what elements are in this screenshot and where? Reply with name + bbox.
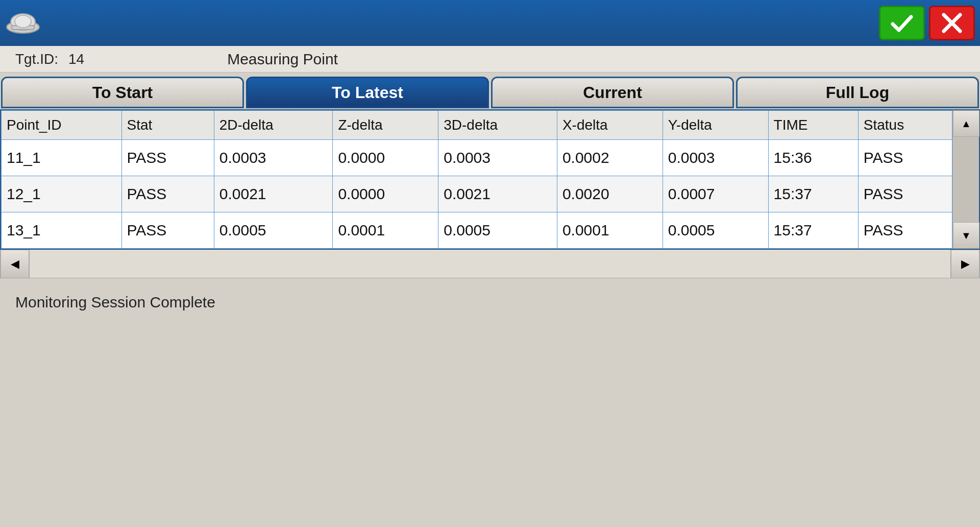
- cell-r0-c2: 0.0003: [214, 140, 333, 176]
- col-point-id: Point_ID: [2, 111, 122, 140]
- cell-r2-c4: 0.0005: [438, 212, 557, 249]
- svg-point-3: [15, 15, 31, 28]
- table-row: 13_1PASS0.00050.00010.00050.00010.000515…: [2, 212, 952, 249]
- header-buttons: [879, 6, 975, 40]
- scroll-right-button[interactable]: ▶: [951, 250, 979, 278]
- cell-r2-c5: 0.0001: [557, 212, 663, 249]
- cell-r0-c8: PASS: [858, 140, 952, 176]
- cell-r0-c1: PASS: [121, 140, 214, 176]
- cell-r1-c4: 0.0021: [438, 176, 557, 212]
- cell-r2-c2: 0.0005: [214, 212, 333, 249]
- ok-button[interactable]: [879, 6, 925, 40]
- tab-to-latest[interactable]: To Latest: [246, 77, 489, 108]
- col-time: TIME: [768, 111, 858, 140]
- cell-r2-c8: PASS: [858, 212, 952, 249]
- table-row: 12_1PASS0.00210.00000.00210.00200.000715…: [2, 176, 952, 212]
- horizontal-scrollbar-row: ◀ ▶: [0, 250, 980, 278]
- scroll-up-button[interactable]: ▲: [953, 110, 979, 137]
- cell-r1-c3: 0.0000: [333, 176, 438, 212]
- tgt-id-value: 14: [68, 51, 84, 67]
- scroll-left-button[interactable]: ◀: [1, 250, 29, 278]
- cell-r2-c7: 15:37: [768, 212, 858, 249]
- data-table: Point_ID Stat 2D-delta Z-delta 3D-delta …: [1, 110, 952, 249]
- table-row: 11_1PASS0.00030.00000.00030.00020.000315…: [2, 140, 952, 176]
- cell-r1-c2: 0.0021: [214, 176, 333, 212]
- col-2d-delta: 2D-delta: [214, 111, 333, 140]
- cell-r0-c4: 0.0003: [438, 140, 557, 176]
- cell-r0-c5: 0.0002: [557, 140, 663, 176]
- header-logo: [5, 4, 41, 42]
- col-z-delta: Z-delta: [333, 111, 438, 140]
- table-header-row: Point_ID Stat 2D-delta Z-delta 3D-delta …: [2, 111, 952, 140]
- header-bar: [0, 0, 980, 46]
- tgt-id-label: Tgt.ID:: [15, 51, 58, 67]
- info-row: Tgt.ID: 14 Measuring Point: [0, 46, 980, 73]
- cell-r0-c7: 15:36: [768, 140, 858, 176]
- cell-r1-c6: 0.0007: [663, 176, 768, 212]
- cell-r1-c8: PASS: [858, 176, 952, 212]
- col-3d-delta: 3D-delta: [438, 111, 557, 140]
- cell-r1-c7: 15:37: [768, 176, 858, 212]
- scroll-track-v: [953, 137, 979, 222]
- cell-r1-c0: 12_1: [2, 176, 122, 212]
- cell-r2-c6: 0.0005: [663, 212, 768, 249]
- cell-r2-c0: 13_1: [2, 212, 122, 249]
- cell-r1-c1: PASS: [121, 176, 214, 212]
- cell-r0-c3: 0.0000: [333, 140, 438, 176]
- cancel-button[interactable]: [929, 6, 975, 40]
- scroll-down-button[interactable]: ▼: [953, 222, 979, 249]
- tab-to-start[interactable]: To Start: [1, 77, 244, 108]
- cell-r1-c5: 0.0020: [557, 176, 663, 212]
- col-status: Status: [858, 111, 952, 140]
- tab-current[interactable]: Current: [491, 77, 734, 108]
- table-section: Point_ID Stat 2D-delta Z-delta 3D-delta …: [0, 109, 980, 250]
- table-inner: Point_ID Stat 2D-delta Z-delta 3D-delta …: [1, 110, 952, 249]
- scroll-track-h: [29, 250, 951, 278]
- col-y-delta: Y-delta: [663, 111, 768, 140]
- col-x-delta: X-delta: [557, 111, 663, 140]
- status-message: Monitoring Session Complete: [15, 294, 215, 310]
- tab-row: To Start To Latest Current Full Log: [0, 73, 980, 109]
- table-wrapper: Point_ID Stat 2D-delta Z-delta 3D-delta …: [1, 110, 979, 249]
- page-title: Measuring Point: [227, 51, 338, 68]
- cell-r2-c3: 0.0001: [333, 212, 438, 249]
- vertical-scrollbar: ▲ ▼: [952, 110, 979, 249]
- tab-full-log[interactable]: Full Log: [736, 77, 979, 108]
- cell-r2-c1: PASS: [121, 212, 214, 249]
- cell-r0-c6: 0.0003: [663, 140, 768, 176]
- col-stat: Stat: [121, 111, 214, 140]
- status-bar: Monitoring Session Complete: [0, 278, 980, 326]
- cell-r0-c0: 11_1: [2, 140, 122, 176]
